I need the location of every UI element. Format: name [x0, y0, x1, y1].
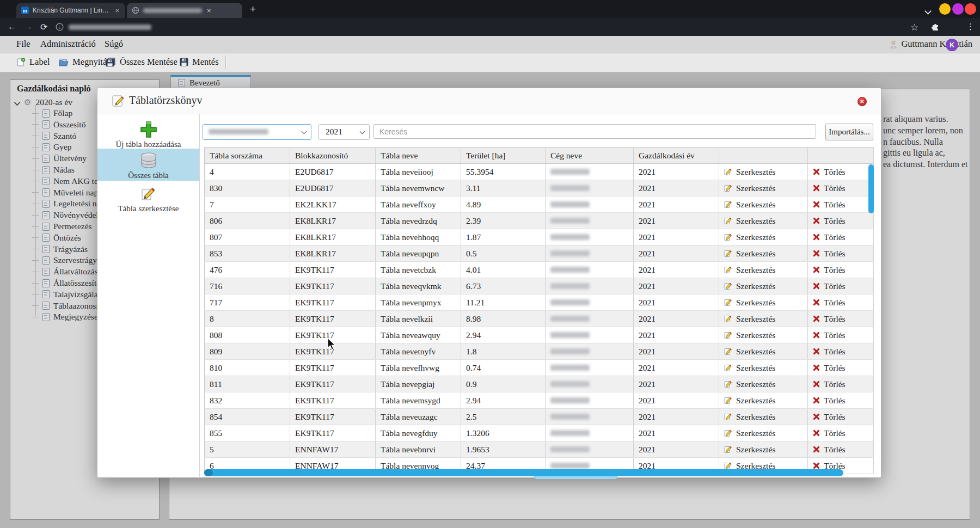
edit-button[interactable]: Szerkesztés: [724, 314, 807, 324]
info-icon[interactable]: i: [56, 23, 64, 31]
year-cell: 2021: [634, 376, 719, 392]
label-icon: [16, 58, 26, 67]
edit-button[interactable]: Szerkesztés: [724, 445, 807, 455]
bookmark-star-icon[interactable]: ☆: [910, 22, 918, 33]
year-cell: 2021: [634, 229, 719, 245]
table-row: 832EK9TK117Tábla nevemsygd2.942021Szerke…: [205, 392, 874, 409]
toolbar-button-1[interactable]: Label: [16, 57, 50, 67]
window-maximize-button[interactable]: [952, 3, 964, 15]
delete-button[interactable]: Törlés: [813, 216, 873, 226]
user-name: Guttmann Krisztián: [901, 39, 972, 50]
extensions-puzzle-icon[interactable]: [931, 22, 940, 32]
delete-button[interactable]: Törlés: [813, 379, 873, 389]
delete-button[interactable]: Törlés: [813, 314, 873, 324]
browser-address-bar: ← → ⟳ i ☆ K ⋮: [0, 18, 980, 36]
close-icon[interactable]: ×: [206, 7, 212, 14]
delete-button[interactable]: Törlés: [813, 167, 873, 177]
horizontal-scrollbar[interactable]: [204, 469, 843, 476]
edit-button[interactable]: Szerkesztés: [724, 363, 807, 373]
edit-button[interactable]: Szerkesztés: [724, 412, 807, 422]
modal-title: Táblatörzskönyv: [129, 94, 202, 107]
new-tab-button[interactable]: +: [250, 3, 256, 15]
toolbar-button-3[interactable]: Összes Mentése: [106, 57, 177, 67]
globe-icon: [132, 7, 139, 14]
edit-button[interactable]: Szerkesztés: [724, 281, 807, 291]
table-cell: Tábla neveffxoy: [376, 197, 461, 213]
company-cell-redacted: [546, 213, 634, 229]
toolbar-button-label: Összes Mentése: [120, 57, 177, 67]
browser-tab-active[interactable]: ×: [127, 3, 242, 18]
delete-button[interactable]: Törlés: [813, 363, 873, 373]
year-cell: 2021: [634, 197, 719, 213]
user-menu[interactable]: Guttmann Krisztián: [890, 39, 972, 50]
chevron-down-icon[interactable]: [926, 6, 930, 16]
delete-button[interactable]: Törlés: [813, 183, 873, 193]
edit-button[interactable]: Szerkesztés: [724, 396, 807, 406]
tab-title-redacted: [143, 8, 202, 13]
close-icon[interactable]: ×: [114, 7, 120, 14]
menu-item-adminisztrci[interactable]: Adminisztráció: [40, 39, 96, 50]
delete-button[interactable]: Törlés: [813, 265, 873, 275]
modal-nav-1[interactable]: Új tábla hozzáadása: [97, 116, 199, 148]
delete-button[interactable]: Törlés: [813, 445, 873, 455]
edit-button[interactable]: Szerkesztés: [724, 249, 807, 259]
search-input[interactable]: [373, 124, 816, 139]
edit-button[interactable]: Szerkesztés: [724, 298, 807, 308]
edit-button[interactable]: Szerkesztés: [724, 167, 807, 177]
table-cell: Tábla nevemwncw: [376, 180, 461, 197]
table-row: 7EK2LKK17Tábla neveffxoy4.892021Szerkesz…: [205, 197, 874, 213]
delete-button[interactable]: Törlés: [813, 298, 873, 308]
delete-button[interactable]: Törlés: [813, 396, 873, 406]
toolbar-button-4[interactable]: Mentés: [180, 57, 219, 67]
delete-button[interactable]: Törlés: [813, 330, 873, 340]
year-select[interactable]: 2021: [318, 124, 370, 140]
delete-button[interactable]: Törlés: [813, 249, 873, 259]
window-close-button[interactable]: [965, 3, 976, 15]
table-cell: 4.89: [461, 197, 546, 213]
delete-button[interactable]: Törlés: [813, 428, 873, 438]
table-row: 5ENNFAW17Tábla nevebnrvi1.96532021Szerke…: [205, 441, 874, 458]
table-cell: 2.94: [461, 392, 546, 409]
forward-icon[interactable]: →: [24, 22, 33, 32]
delete-button[interactable]: Törlés: [813, 200, 873, 210]
delete-button[interactable]: Törlés: [813, 281, 873, 291]
edit-button[interactable]: Szerkesztés: [724, 200, 807, 210]
table-cell: EK9TK117: [290, 376, 376, 392]
browser-tab-linkedin[interactable]: in Krisztián Guttmann | LinkedI ×: [16, 3, 125, 18]
browser-avatar[interactable]: K: [946, 39, 958, 51]
table-row: 855EK9TK117Tábla nevegfduy1.32062021Szer…: [205, 425, 874, 441]
vertical-scrollbar[interactable]: [868, 164, 874, 213]
edit-button[interactable]: Szerkesztés: [724, 379, 807, 389]
menu-item-file[interactable]: File: [16, 39, 30, 50]
company-cell-redacted: [546, 343, 634, 360]
edit-button[interactable]: Szerkesztés: [724, 216, 807, 226]
table-cell: Tábla nevenpmyx: [376, 294, 461, 311]
add-table-icon: [139, 120, 158, 138]
edit-button[interactable]: Szerkesztés: [724, 330, 807, 340]
reload-icon[interactable]: ⟳: [40, 22, 47, 32]
modal-close-button[interactable]: ✕: [857, 97, 867, 106]
table-cell: EK9TK117: [290, 392, 376, 409]
edit-button[interactable]: Szerkesztés: [724, 232, 807, 242]
edit-button[interactable]: Szerkesztés: [724, 183, 807, 193]
modal-nav-2[interactable]: Összes tábla: [97, 149, 199, 181]
screen: in Krisztián Guttmann | LinkedI × × + ← …: [0, 0, 980, 528]
company-select[interactable]: [203, 124, 311, 140]
modal-nav-3[interactable]: Tábla szerkesztése: [97, 182, 199, 214]
import-button[interactable]: Importálás...: [825, 124, 873, 140]
toolbar-button-2[interactable]: Megnyitás: [59, 57, 111, 67]
table-cell: EK9TK117: [290, 294, 376, 311]
browser-menu-kebab-icon[interactable]: ⋮: [966, 22, 975, 32]
edit-button[interactable]: Szerkesztés: [724, 428, 807, 438]
delete-button[interactable]: Törlés: [813, 347, 873, 357]
back-icon[interactable]: ←: [8, 22, 16, 32]
menu-item-sg[interactable]: Súgó: [105, 39, 123, 50]
delete-button[interactable]: Törlés: [813, 412, 873, 422]
delete-button[interactable]: Törlés: [813, 232, 873, 242]
edit-button[interactable]: Szerkesztés: [724, 265, 807, 275]
edit-button[interactable]: Szerkesztés: [724, 347, 807, 357]
url-redacted[interactable]: [69, 24, 151, 30]
table-cell: 2.39: [461, 213, 546, 229]
window-minimize-button[interactable]: [939, 3, 951, 15]
year-cell: 2021: [634, 392, 719, 409]
